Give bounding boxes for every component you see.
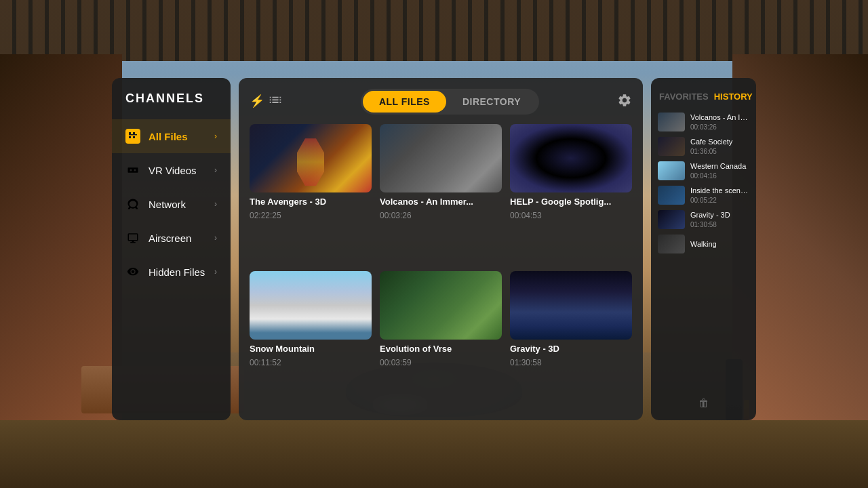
history-thumb-cafe [658,137,685,156]
file-thumb-gravity [510,271,632,340]
file-name-volcanos: Volcanos - An Immer... [380,197,502,207]
history-list: Volcanos - An Imm... 00:03:26 Cafe Socie… [651,113,756,392]
chevron-right-icon-vr: › [214,165,217,175]
history-thumb-western [658,161,685,180]
file-duration-evolution: 00:03:59 [380,358,502,367]
nav-label-vr-videos: VR Videos [149,165,206,176]
tab-favorites[interactable]: FAVORITES [659,89,709,104]
file-thumb-evolution [380,271,502,340]
file-card-evolution[interactable]: Evolution of Vrse 00:03:59 [380,271,502,410]
filter-icon[interactable]: ⚡ [250,94,283,109]
file-thumb-help [510,124,632,192]
chevron-right-icon: › [214,131,217,141]
delete-icon[interactable]: 🗑 [698,397,709,409]
nav-item-network[interactable]: Network › [112,187,231,221]
history-footer: 🗑 [651,392,756,409]
history-item-volcanos[interactable]: Volcanos - An Imm... 00:03:26 [658,113,749,131]
history-info-walking: Walking [690,239,749,249]
history-item-gravity[interactable]: Gravity - 3D 01:30:58 [658,210,749,229]
file-tabs: ALL FILES DIRECTORY [361,89,539,115]
history-thumb-walking [658,235,685,253]
nav-label-network: Network [149,199,206,210]
tab-history[interactable]: HISTORY [714,89,753,104]
files-grid: The Avengers - 3D 02:22:25 Volcanos - An… [250,124,632,409]
channels-panel: CHANNELS All Files › VR Videos › [112,78,231,420]
play-icon [125,129,140,144]
nav-label-airscreen: Airscreen [149,232,206,244]
ui-container: CHANNELS All Files › VR Videos › [112,78,756,420]
chevron-right-icon-airscreen: › [214,233,217,243]
left-rock-wall [0,54,122,420]
file-name-gravity: Gravity - 3D [510,344,632,354]
file-duration-mountain: 00:11:52 [250,358,372,367]
settings-icon[interactable] [617,93,632,111]
history-name-western: Western Canada [690,161,749,171]
nav-item-hidden-files[interactable]: Hidden Files › [112,255,231,289]
file-card-help[interactable]: HELP - Google Spotlig... 00:04:53 [510,124,632,263]
nav-label-hidden-files: Hidden Files [149,266,206,278]
nav-item-vr-videos[interactable]: VR Videos › [112,153,231,187]
monitor-icon [125,230,140,245]
history-time-cafe: 01:36:05 [690,147,749,156]
files-header: ⚡ ALL FILES DIRECTORY [250,89,632,115]
tab-directory[interactable]: DIRECTORY [446,91,537,113]
tab-all-files[interactable]: ALL FILES [363,91,446,113]
vr-icon [125,163,140,178]
history-name-cafe: Cafe Society [690,137,749,146]
nav-label-all-files: All Files [149,131,206,142]
history-name-gravity: Gravity - 3D [690,210,749,220]
file-duration-avengers: 02:22:25 [250,211,372,220]
history-thumb-volcanos [658,113,685,131]
history-item-western[interactable]: Western Canada 00:04:16 [658,161,749,180]
file-card-volcanos[interactable]: Volcanos - An Immer... 00:03:26 [380,124,502,263]
file-name-evolution: Evolution of Vrse [380,344,502,354]
panel-tabs: FAVORITES HISTORY [651,89,756,104]
file-name-mountain: Snow Mountain [250,344,372,354]
channels-title: CHANNELS [112,92,231,119]
ceiling-decoration [0,0,868,61]
chevron-right-icon-network: › [214,199,217,209]
history-name-walking: Walking [690,239,749,249]
history-thumb-gravity [658,210,685,229]
history-info-cafe: Cafe Society 01:36:05 [690,137,749,155]
file-card-snow-mountain[interactable]: Snow Mountain 00:11:52 [250,271,372,410]
file-duration-volcanos: 00:03:26 [380,211,502,220]
file-thumb-mountain [250,271,372,340]
history-info-western: Western Canada 00:04:16 [690,161,749,180]
history-panel: FAVORITES HISTORY Volcanos - An Imm... 0… [651,78,756,420]
file-thumb-avengers [250,124,372,192]
history-item-inside[interactable]: Inside the scene of... 00:05:22 [658,186,749,205]
history-item-walking[interactable]: Walking [658,235,749,253]
file-duration-help: 00:04:53 [510,211,632,220]
history-time-inside: 00:05:22 [690,196,749,205]
history-time-western: 00:04:16 [690,171,749,180]
history-thumb-inside [658,186,685,205]
history-name-inside: Inside the scene of... [690,186,749,195]
file-thumb-volcanos [380,124,502,192]
file-card-avengers[interactable]: The Avengers - 3D 02:22:25 [250,124,372,263]
history-time-gravity: 01:30:58 [690,220,749,229]
chevron-right-icon-hidden: › [214,267,217,277]
history-time-volcanos: 00:03:26 [690,123,749,131]
history-name-volcanos: Volcanos - An Imm... [690,113,749,122]
file-card-gravity[interactable]: Gravity - 3D 01:30:58 [510,271,632,410]
file-duration-gravity: 01:30:58 [510,358,632,367]
files-panel: ⚡ ALL FILES DIRECTORY The Avengers - 3D … [239,78,643,420]
nav-item-airscreen[interactable]: Airscreen › [112,221,231,255]
network-icon [125,197,140,211]
file-name-help: HELP - Google Spotlig... [510,197,632,207]
history-item-cafe[interactable]: Cafe Society 01:36:05 [658,137,749,156]
file-name-avengers: The Avengers - 3D [250,197,372,207]
history-info-volcanos: Volcanos - An Imm... 00:03:26 [690,113,749,131]
history-info-gravity: Gravity - 3D 01:30:58 [690,210,749,228]
nav-item-all-files[interactable]: All Files › [112,119,231,153]
hidden-icon [125,264,140,279]
history-info-inside: Inside the scene of... 00:05:22 [690,186,749,204]
